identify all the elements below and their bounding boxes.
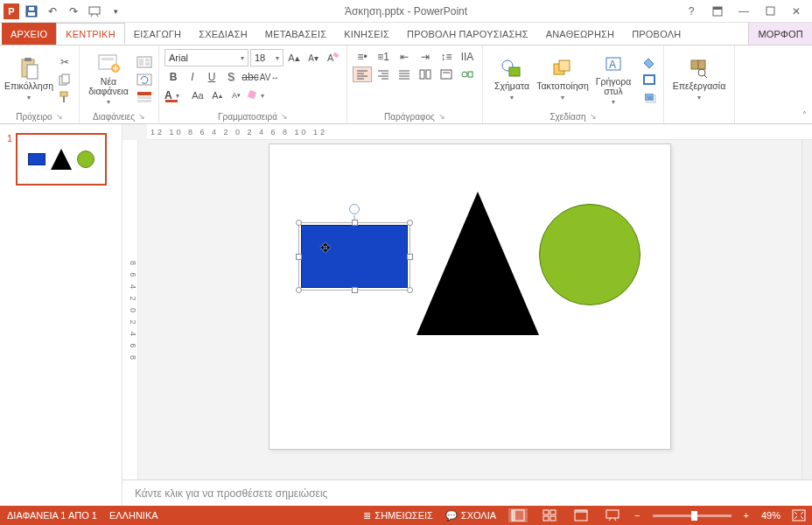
tab-home[interactable]: ΚΕΝΤΡΙΚΗ <box>56 23 125 45</box>
format-painter-icon[interactable] <box>56 89 74 105</box>
underline-button[interactable]: U <box>203 69 220 85</box>
vertical-ruler[interactable]: 8 6 4 2 0 2 4 6 8 <box>122 140 138 480</box>
vertical-scrollbar[interactable] <box>802 140 812 480</box>
start-slideshow-icon[interactable] <box>86 3 103 20</box>
tab-insert[interactable]: ΕΙΣΑΓΩΓΗ <box>125 23 190 45</box>
columns-icon[interactable] <box>416 66 435 82</box>
status-notes-toggle[interactable]: ≣ΣΗΜΕΙΩΣΕΙΣ <box>363 510 433 522</box>
save-icon[interactable] <box>23 3 40 20</box>
slide-canvas-area[interactable]: ✥ <box>138 140 802 480</box>
collapse-ribbon-icon[interactable]: ˄ <box>802 110 807 120</box>
shape-triangle[interactable] <box>416 192 539 335</box>
text-direction-icon[interactable]: IIA <box>458 49 477 65</box>
rotate-handle-icon[interactable] <box>349 204 360 214</box>
clear-formatting-icon[interactable]: A <box>324 50 341 66</box>
increase-font-icon[interactable]: A▴ <box>208 88 226 103</box>
shape-rectangle[interactable] <box>301 225 408 288</box>
decrease-font-icon[interactable]: A▾ <box>228 88 245 103</box>
zoom-out-icon[interactable]: − <box>634 510 640 521</box>
align-text-icon[interactable] <box>437 66 456 82</box>
shape-fill-icon[interactable] <box>640 54 658 70</box>
copy-icon[interactable] <box>56 72 74 88</box>
zoom-slider-knob[interactable] <box>691 511 697 521</box>
tab-review[interactable]: ΑΝΑΘΕΩΡΗΣΗ <box>537 23 624 45</box>
shape-circle[interactable] <box>539 204 640 305</box>
view-normal-icon[interactable] <box>508 508 528 522</box>
font-size-combo[interactable]: 18▾ <box>250 49 284 66</box>
arrange-button[interactable]: Τακτοποίηση▾ <box>539 57 586 101</box>
notes-pane[interactable]: Κάντε κλικ για να προσθέσετε σημειώσεις <box>122 480 812 506</box>
zoom-in-icon[interactable]: + <box>744 510 749 521</box>
zoom-percent[interactable]: 49% <box>761 510 780 521</box>
slide-layout-icon[interactable] <box>136 54 153 70</box>
tab-slideshow[interactable]: ΠΡΟΒΟΛΗ ΠΑΡΟΥΣΙΑΣΗΣ <box>398 23 537 45</box>
align-right-icon[interactable] <box>374 66 393 82</box>
close-icon[interactable]: ✕ <box>786 3 807 20</box>
tab-view[interactable]: ΠΡΟΒΟΛΗ <box>623 23 690 45</box>
quick-styles-button[interactable]: A Γρήγορα στυλ▾ <box>590 52 637 106</box>
italic-button[interactable]: I <box>184 69 201 85</box>
shrink-font-icon[interactable]: A▾ <box>304 50 322 66</box>
character-spacing-icon[interactable]: AV↔ <box>261 69 278 85</box>
reset-slide-icon[interactable] <box>136 72 153 88</box>
align-center-icon[interactable] <box>353 66 372 82</box>
resize-handle-sw[interactable] <box>296 287 302 293</box>
tab-animations[interactable]: ΚΙΝΗΣΕΙΣ <box>335 23 398 45</box>
tab-transitions[interactable]: ΜΕΤΑΒΑΣΕΙΣ <box>256 23 335 45</box>
line-spacing-icon[interactable]: ↕≡ <box>437 49 456 65</box>
slides-dialog-icon[interactable]: ↘ <box>138 112 145 121</box>
justify-icon[interactable] <box>395 66 414 82</box>
redo-icon[interactable]: ↷ <box>65 3 82 20</box>
app-icon[interactable]: P <box>4 4 19 19</box>
grow-font-icon[interactable]: A▴ <box>285 50 303 66</box>
editing-button[interactable]: Επεξεργασία▾ <box>669 57 729 101</box>
convert-smartart-icon[interactable] <box>458 66 477 82</box>
strikethrough-button[interactable]: abc <box>242 69 259 85</box>
shadow-button[interactable]: S <box>222 69 240 85</box>
resize-handle-ne[interactable] <box>407 220 413 226</box>
help-icon[interactable]: ? <box>681 3 702 20</box>
font-name-combo[interactable]: Arial▾ <box>164 49 248 66</box>
decrease-indent-icon[interactable]: ⇤ <box>395 49 414 65</box>
shape-outline-icon[interactable] <box>640 72 658 88</box>
status-language[interactable]: ΕΛΛΗΝΙΚΑ <box>109 510 158 521</box>
bullets-icon[interactable]: ≡• <box>353 49 372 65</box>
paste-button[interactable]: Επικόλληση ▾ <box>5 57 52 101</box>
drawing-dialog-icon[interactable]: ↘ <box>590 112 597 121</box>
cut-icon[interactable]: ✂ <box>56 54 74 70</box>
undo-icon[interactable]: ↶ <box>44 3 61 20</box>
numbering-icon[interactable]: ≡1 <box>374 49 393 65</box>
status-slide-count[interactable]: ΔΙΑΦΑΝΕΙΑ 1 ΑΠΟ 1 <box>7 510 97 521</box>
horizontal-ruler[interactable]: 12 10 8 6 4 2 0 2 4 6 8 10 12 <box>147 124 812 140</box>
resize-handle-se[interactable] <box>407 287 413 293</box>
slide[interactable]: ✥ <box>269 144 671 450</box>
tab-format[interactable]: ΜΟΡΦΟΠ <box>748 23 812 45</box>
shapes-button[interactable]: Σχήματα▾ <box>488 57 536 101</box>
shape-effects-icon[interactable] <box>640 89 658 105</box>
tab-design[interactable]: ΣΧΕΔΙΑΣΗ <box>190 23 256 45</box>
view-slideshow-icon[interactable] <box>603 508 622 522</box>
fit-to-window-icon[interactable] <box>793 510 805 521</box>
new-slide-button[interactable]: Νέα διαφάνεια ▾ <box>85 52 132 106</box>
qat-customize-icon[interactable]: ▾ <box>107 3 124 20</box>
status-comments-toggle[interactable]: 💬ΣΧΟΛΙΑ <box>445 510 496 522</box>
increase-indent-icon[interactable]: ⇥ <box>416 49 435 65</box>
view-sorter-icon[interactable] <box>540 508 559 522</box>
paragraph-dialog-icon[interactable]: ↘ <box>438 112 445 121</box>
section-icon[interactable] <box>136 89 153 105</box>
font-color-button[interactable]: A▾ <box>164 88 187 103</box>
ribbon-display-options-icon[interactable] <box>707 3 728 20</box>
resize-handle-e[interactable] <box>407 254 413 260</box>
slide-thumbnail-1[interactable] <box>16 133 107 186</box>
font-dialog-icon[interactable]: ↘ <box>281 112 288 121</box>
highlight-button[interactable]: ▾ <box>247 88 270 103</box>
maximize-icon[interactable] <box>760 3 780 20</box>
resize-handle-s[interactable] <box>352 287 358 293</box>
zoom-slider[interactable] <box>653 514 732 517</box>
change-case-button[interactable]: Aa <box>189 88 206 103</box>
view-reading-icon[interactable] <box>571 508 591 522</box>
bold-button[interactable]: B <box>164 69 182 85</box>
clipboard-dialog-icon[interactable]: ↘ <box>56 112 63 121</box>
tab-file[interactable]: ΑΡΧΕΙΟ <box>2 23 56 45</box>
minimize-icon[interactable]: — <box>733 3 754 20</box>
